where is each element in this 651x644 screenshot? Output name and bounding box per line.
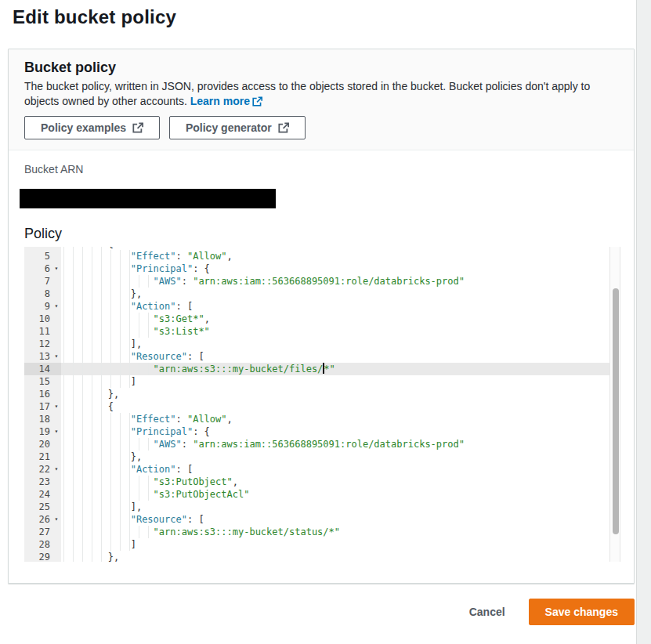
code-line-10[interactable]: 10"s3:Get*", <box>24 313 620 325</box>
indent-guides <box>63 363 154 375</box>
code-line-27[interactable]: 27"arn:aws:s3:::my-bucket/status/*" <box>24 526 620 538</box>
panel-description: The bucket policy, written in JSON, prov… <box>24 79 613 109</box>
code-line-text[interactable]: "Principal": { <box>61 262 620 275</box>
code-line-text[interactable]: ], <box>61 338 620 350</box>
code-line-text[interactable]: }, <box>61 551 620 562</box>
indent-guides <box>63 275 154 288</box>
code-line-text[interactable]: "s3:PutObject", <box>61 476 620 488</box>
json-string: "arn:aws:s3:::my-bucket/files/ <box>154 364 324 374</box>
code-line-text[interactable]: "Principal": { <box>61 425 620 438</box>
save-changes-button[interactable]: Save changes <box>529 599 635 625</box>
code-line-text[interactable]: ], <box>61 501 620 513</box>
fold-caret-icon[interactable]: ▾ <box>52 463 61 476</box>
code-line-text[interactable]: "Resource": [ <box>61 513 620 526</box>
json-punctuation: : { <box>193 426 210 437</box>
learn-more-link[interactable]: Learn more <box>190 95 262 107</box>
line-number: 15 <box>24 375 52 388</box>
code-line-text[interactable]: "Effect": "Allow", <box>61 413 620 425</box>
indent-guides <box>63 250 131 262</box>
code-line-7[interactable]: 7"AWS": "arn:aws:iam::563668895091:role/… <box>24 275 620 288</box>
json-string: "arn:aws:iam::563668895091:role/databric… <box>193 439 465 450</box>
fold-caret-icon[interactable]: ▾ <box>52 425 61 438</box>
code-line-text[interactable]: }, <box>61 388 620 400</box>
panel-header: Bucket policy The bucket policy, written… <box>9 49 634 150</box>
fold-caret-icon[interactable]: ▾ <box>52 350 61 363</box>
line-gutter: 11 <box>24 325 61 338</box>
code-line-9[interactable]: 9▾"Action": [ <box>24 300 620 313</box>
fold-caret-placeholder <box>52 313 61 325</box>
code-line-text[interactable]: }, <box>61 450 620 463</box>
code-line-text[interactable]: "Resource": [ <box>61 350 620 363</box>
json-key: "Principal" <box>131 263 193 274</box>
line-number: 22 <box>24 463 52 476</box>
line-gutter: 8 <box>24 288 61 300</box>
code-line-17[interactable]: 17▾{ <box>24 400 620 413</box>
line-number: 16 <box>24 388 52 400</box>
line-gutter: 18 <box>24 413 61 425</box>
code-line-13[interactable]: 13▾"Resource": [ <box>24 350 620 363</box>
code-line-12[interactable]: 12], <box>24 338 620 350</box>
fold-caret-icon[interactable]: ▾ <box>52 400 61 413</box>
code-line-text[interactable]: }, <box>61 288 620 300</box>
line-number: 29 <box>24 551 52 562</box>
learn-more-label: Learn more <box>190 95 250 107</box>
cancel-button[interactable]: Cancel <box>469 606 505 618</box>
code-line-text[interactable]: ] <box>61 538 620 551</box>
policy-generator-button[interactable]: Policy generator <box>169 116 306 139</box>
editor-scrollbar-thumb[interactable] <box>613 288 619 534</box>
policy-examples-label: Policy examples <box>41 121 126 134</box>
code-line-text[interactable]: "AWS": "arn:aws:iam::563668895091:role/d… <box>61 438 620 450</box>
json-punctuation: ], <box>131 338 142 349</box>
code-line-25[interactable]: 25], <box>24 501 620 513</box>
line-gutter: 22▾ <box>24 463 61 476</box>
bucket-policy-panel: Bucket policy The bucket policy, written… <box>8 49 635 584</box>
json-key: "AWS" <box>154 276 182 287</box>
code-line-21[interactable]: 21}, <box>24 450 620 463</box>
code-line-15[interactable]: 15] <box>24 375 620 388</box>
fold-caret-icon[interactable]: ▾ <box>52 262 61 275</box>
code-line-22[interactable]: 22▾"Action": [ <box>24 463 620 476</box>
json-punctuation: , <box>227 414 233 425</box>
code-line-26[interactable]: 26▾"Resource": [ <box>24 513 620 526</box>
json-string: "s3:Get*" <box>154 313 204 324</box>
policy-examples-button[interactable]: Policy examples <box>24 116 160 139</box>
code-line-5[interactable]: 5"Effect": "Allow", <box>24 250 620 262</box>
code-line-8[interactable]: 8}, <box>24 288 620 300</box>
code-line-text[interactable]: ] <box>61 375 620 388</box>
fold-caret-placeholder <box>52 450 61 463</box>
code-line-23[interactable]: 23"s3:PutObject", <box>24 476 620 488</box>
code-line-24[interactable]: 24"s3:PutObjectAcl" <box>24 488 620 501</box>
code-line-16[interactable]: 16}, <box>24 388 620 400</box>
json-punctuation: ], <box>131 501 142 512</box>
fold-caret-placeholder <box>52 275 61 288</box>
code-line-text[interactable]: "Action": [ <box>61 300 620 313</box>
panel-body: Bucket ARN Policy {5"Effect": "Allow",6▾… <box>9 150 634 562</box>
code-line-20[interactable]: 20"AWS": "arn:aws:iam::563668895091:role… <box>24 438 620 450</box>
code-line-19[interactable]: 19▾"Principal": { <box>24 425 620 438</box>
code-line-text[interactable]: "Action": [ <box>61 463 620 476</box>
code-line-text[interactable]: "AWS": "arn:aws:iam::563668895091:role/d… <box>61 275 620 288</box>
editor-vertical-scrollbar[interactable] <box>609 247 620 562</box>
code-line-text[interactable]: "Effect": "Allow", <box>61 250 620 262</box>
line-number: 24 <box>24 488 52 501</box>
code-line-text[interactable]: { <box>61 400 620 413</box>
code-line-text[interactable]: "s3:List*" <box>61 325 620 338</box>
code-line-6[interactable]: 6▾"Principal": { <box>24 262 620 275</box>
code-line-text[interactable]: "s3:Get*", <box>61 313 620 325</box>
fold-caret-icon[interactable]: ▾ <box>52 300 61 313</box>
panel-description-text: The bucket policy, written in JSON, prov… <box>24 80 590 107</box>
line-number: 5 <box>24 250 52 262</box>
code-line-text[interactable]: "arn:aws:s3:::my-bucket/status/*" <box>61 526 620 538</box>
indent-guides <box>63 325 154 338</box>
code-line-11[interactable]: 11"s3:List*" <box>24 325 620 338</box>
fold-caret-icon[interactable]: ▾ <box>52 513 61 526</box>
indent-guides <box>63 425 131 438</box>
code-line-text[interactable]: "arn:aws:s3:::my-bucket/files/*" <box>61 363 620 375</box>
code-line-28[interactable]: 28] <box>24 538 620 551</box>
code-line-text[interactable]: "s3:PutObjectAcl" <box>61 488 620 501</box>
code-line-29[interactable]: 29}, <box>24 551 620 562</box>
code-line-14[interactable]: 14"arn:aws:s3:::my-bucket/files/*" <box>24 363 620 375</box>
indent-guides <box>63 313 154 325</box>
code-line-18[interactable]: 18"Effect": "Allow", <box>24 413 620 425</box>
policy-code-editor[interactable]: {5"Effect": "Allow",6▾"Principal": {7"AW… <box>24 247 620 562</box>
